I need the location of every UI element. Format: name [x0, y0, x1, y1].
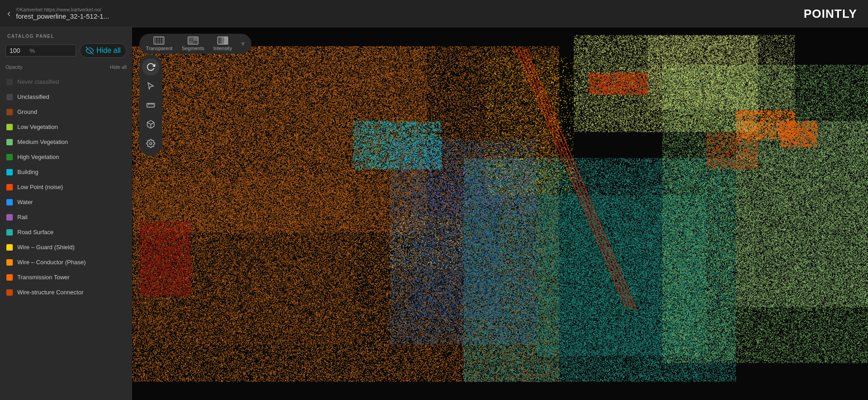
- tool-transparent[interactable]: Transparent: [146, 36, 173, 51]
- segments-label: Segments: [182, 46, 204, 51]
- layer-color-swatch: [6, 259, 13, 266]
- hide-eye-icon: [86, 46, 94, 55]
- layer-item-rail[interactable]: Rail: [0, 210, 132, 225]
- rotate-icon: [146, 62, 155, 72]
- layer-item-road-surface[interactable]: Road Surface: [0, 225, 132, 240]
- layer-item-wire-–-conductor-(phase)[interactable]: Wire – Conductor (Phase): [0, 255, 132, 270]
- opacity-unit: %: [30, 47, 35, 54]
- layer-list: Never classifiedUnclassifiedGroundLow Ve…: [0, 74, 132, 400]
- top-toolbar: Transparent Segments: [139, 34, 251, 54]
- svg-rect-25: [194, 41, 197, 43]
- transparent-label: Transparent: [146, 46, 173, 51]
- sidebar: CATALOG PANEL % Hide all Opacity Hide al…: [0, 27, 132, 400]
- layer-name-label: High Vegetation: [17, 154, 118, 160]
- pointcloud-canvas: [132, 27, 868, 400]
- svg-rect-30: [225, 37, 228, 44]
- header-source: ©Kartverket https://www.kartverket.no/: [16, 7, 109, 12]
- svg-rect-23: [194, 38, 197, 41]
- select-tool[interactable]: [142, 77, 159, 95]
- layer-color-swatch: [6, 109, 13, 115]
- hide-all-label: Hide all: [97, 46, 121, 55]
- layer-item-ground[interactable]: Ground: [0, 104, 132, 119]
- settings-icon: [146, 139, 155, 148]
- layer-item-medium-vegetation[interactable]: Medium Vegetation: [0, 134, 132, 149]
- layer-item-water[interactable]: Water: [0, 195, 132, 210]
- hide-label: Hide all: [110, 64, 127, 70]
- opacity-label: Opacity: [5, 64, 110, 70]
- layer-color-swatch: [6, 244, 13, 251]
- rotate-tool[interactable]: [142, 58, 159, 76]
- layer-name-label: Ground: [17, 108, 118, 115]
- svg-rect-24: [189, 41, 193, 43]
- logo: POINTLY: [804, 6, 857, 21]
- layer-name-label: Low Point (noise): [17, 184, 118, 190]
- layer-item-low-point-(noise)[interactable]: Low Point (noise): [0, 179, 132, 195]
- opacity-labels: Opacity Hide all: [0, 63, 132, 74]
- segments-icon: [188, 36, 199, 45]
- header-info: ©Kartverket https://www.kartverket.no/ f…: [16, 7, 109, 20]
- layer-item-low-vegetation[interactable]: Low Vegetation: [0, 119, 132, 134]
- view3d-tool[interactable]: [142, 116, 159, 133]
- intensity-icon: [217, 36, 228, 45]
- layer-name-label: Unclassified: [17, 93, 118, 100]
- layer-item-never-classified[interactable]: Never classified: [0, 74, 132, 89]
- layer-name-label: Low Vegetation: [17, 123, 118, 130]
- layer-name-label: Rail: [17, 214, 118, 221]
- layer-name-label: Water: [17, 199, 118, 205]
- layer-item-transmission-tower[interactable]: Transmission Tower: [0, 270, 132, 285]
- layer-color-swatch: [6, 124, 13, 130]
- catalog-panel-label: CATALOG PANEL: [0, 27, 132, 43]
- layer-name-label: Never classified: [17, 78, 118, 85]
- layer-item-wire-structure-connector[interactable]: Wire-structure Connector: [0, 285, 132, 300]
- hide-all-button[interactable]: Hide all: [80, 43, 127, 58]
- tool-intensity[interactable]: Intensity: [213, 36, 232, 51]
- layer-color-swatch: [6, 289, 13, 296]
- opacity-row: % Hide all: [0, 43, 132, 63]
- layer-color-swatch: [6, 184, 13, 190]
- header-title: forest_powerline_32-1-512-1...: [16, 12, 109, 20]
- cube-icon: [146, 120, 155, 129]
- svg-point-37: [150, 143, 152, 145]
- layer-name-label: Wire – Conductor (Phase): [17, 259, 118, 266]
- layer-color-swatch: [6, 229, 13, 236]
- opacity-input[interactable]: [10, 47, 28, 54]
- layer-name-label: Building: [17, 169, 118, 175]
- back-button[interactable]: ‹: [7, 8, 10, 20]
- main-area: CATALOG PANEL % Hide all Opacity Hide al…: [0, 27, 868, 400]
- settings-tool[interactable]: [142, 135, 159, 152]
- header: ‹ ©Kartverket https://www.kartverket.no/…: [0, 0, 868, 27]
- opacity-input-wrap: %: [5, 45, 76, 56]
- layer-name-label: Road Surface: [17, 229, 118, 236]
- layer-name-label: Wire – Guard (Shield): [17, 244, 118, 251]
- layer-name-label: Transmission Tower: [17, 274, 118, 281]
- layer-item-wire-–-guard-(shield)[interactable]: Wire – Guard (Shield): [0, 240, 132, 255]
- measure-tool[interactable]: [142, 97, 159, 114]
- layer-color-swatch: [6, 214, 13, 221]
- layer-color-swatch: [6, 199, 13, 205]
- layer-name-label: Medium Vegetation: [17, 138, 118, 145]
- layer-color-swatch: [6, 274, 13, 281]
- transparent-icon: [153, 36, 164, 45]
- layer-color-swatch: [6, 79, 13, 85]
- svg-rect-31: [147, 103, 155, 107]
- layer-name-label: Wire-structure Connector: [17, 289, 118, 296]
- layer-item-high-vegetation[interactable]: High Vegetation: [0, 149, 132, 164]
- layer-color-swatch: [6, 169, 13, 175]
- cursor-icon: [146, 82, 155, 91]
- toolbar-dropdown[interactable]: ▾: [241, 39, 245, 49]
- layer-color-swatch: [6, 94, 13, 100]
- tool-segments[interactable]: Segments: [182, 36, 204, 51]
- layer-item-unclassified[interactable]: Unclassified: [0, 89, 132, 104]
- layer-color-swatch: [6, 139, 13, 145]
- measure-icon: [146, 101, 155, 110]
- viewport[interactable]: Transparent Segments: [132, 27, 868, 400]
- toolbar: [139, 55, 162, 156]
- layer-item-building[interactable]: Building: [0, 164, 132, 179]
- intensity-label: Intensity: [213, 46, 232, 51]
- layer-color-swatch: [6, 154, 13, 160]
- svg-rect-22: [189, 38, 193, 41]
